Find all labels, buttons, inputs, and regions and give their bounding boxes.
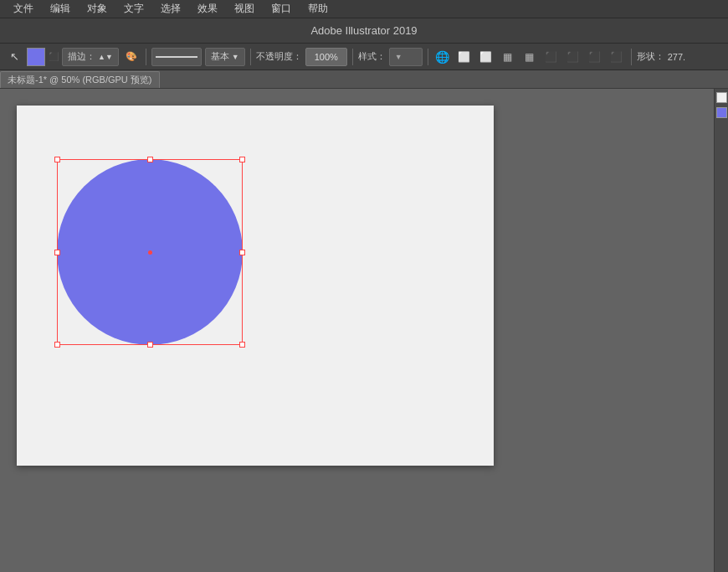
color-picker-icon[interactable]: 🎨 [122, 48, 141, 66]
panel-control-2[interactable] [716, 107, 727, 118]
line-style-label: 基本 [211, 50, 229, 63]
handle-top-right[interactable] [239, 157, 245, 162]
selection-tool-icon[interactable]: ↖ [5, 48, 23, 66]
style-label: 样式： [358, 50, 386, 63]
opacity-input[interactable]: 100% [305, 48, 347, 66]
handle-bottom-left[interactable] [54, 342, 60, 348]
line-style-preview[interactable] [151, 48, 202, 66]
menu-file[interactable]: 文件 [7, 0, 40, 18]
line-style-chevron: ▼ [232, 53, 239, 61]
toolbar: ↖ ⬛ 描边： ▲▼ 🎨 基本 ▼ 不透明度： 100% 样式： ▼ 🌐 ⬜ ⬜… [0, 44, 728, 70]
artboard [17, 106, 494, 466]
circle-shape[interactable] [57, 159, 243, 345]
canvas-area[interactable] [0, 89, 714, 572]
menu-effect[interactable]: 效果 [191, 0, 224, 18]
separator-3 [352, 49, 353, 65]
align-icon-5[interactable]: ⬛ [542, 48, 561, 66]
handle-top-left[interactable] [54, 157, 60, 162]
center-point [148, 250, 152, 255]
stroke-indicator: ⬛ [49, 52, 59, 61]
menu-window[interactable]: 窗口 [264, 0, 298, 18]
menu-edit[interactable]: 编辑 [44, 0, 77, 18]
align-icon-3[interactable]: ▦ [499, 48, 517, 66]
app-title: Adobe Illustrator 2019 [310, 24, 417, 37]
handle-bottom-right[interactable] [239, 342, 245, 348]
align-icon-4[interactable]: ▦ [520, 48, 539, 66]
align-icon-7[interactable]: ⬛ [586, 48, 604, 66]
fill-color-swatch[interactable] [27, 48, 45, 66]
opacity-value: 100% [315, 52, 338, 62]
menu-view[interactable]: 视图 [228, 0, 261, 18]
separator-2 [250, 49, 251, 65]
align-icon-2[interactable]: ⬜ [477, 48, 495, 66]
menu-select[interactable]: 选择 [154, 0, 187, 18]
tab-label-text: 未标题-1* @ 50% (RGB/GPU 预览) [8, 75, 152, 85]
opacity-label: 不透明度： [256, 50, 302, 63]
align-icon-6[interactable]: ⬛ [564, 48, 582, 66]
separator-5 [631, 49, 632, 65]
transform-value: 277. [668, 52, 685, 62]
document-tab[interactable]: 未标题-1* @ 50% (RGB/GPU 预览) [0, 71, 160, 88]
menubar: 文件 编辑 对象 文字 选择 效果 视图 窗口 帮助 [0, 0, 728, 18]
shape-label: 形状： [637, 50, 664, 63]
main-area [0, 89, 728, 572]
menu-object[interactable]: 对象 [80, 0, 114, 18]
panel-control-1[interactable] [716, 92, 727, 103]
right-panel-strip [714, 89, 728, 572]
separator-4 [428, 49, 428, 65]
globe-icon[interactable]: 🌐 [433, 48, 452, 66]
titlebar: Adobe Illustrator 2019 [0, 18, 728, 44]
style-dropdown[interactable]: ▼ [389, 48, 423, 66]
tabbar: 未标题-1* @ 50% (RGB/GPU 预览) [0, 70, 728, 89]
menu-text[interactable]: 文字 [117, 0, 151, 18]
line-style-dropdown[interactable]: 基本 ▼ [205, 48, 245, 66]
align-icon-8[interactable]: ⬛ [608, 48, 626, 66]
menu-help[interactable]: 帮助 [301, 0, 335, 18]
align-icon-1[interactable]: ⬜ [455, 48, 474, 66]
separator-1 [146, 49, 146, 65]
stroke-label: 描边： [68, 50, 95, 63]
stroke-dropdown[interactable]: 描边： ▲▼ [62, 48, 119, 66]
stroke-icon: ⬛ [49, 52, 59, 61]
stroke-chevron: ▲▼ [98, 53, 113, 61]
